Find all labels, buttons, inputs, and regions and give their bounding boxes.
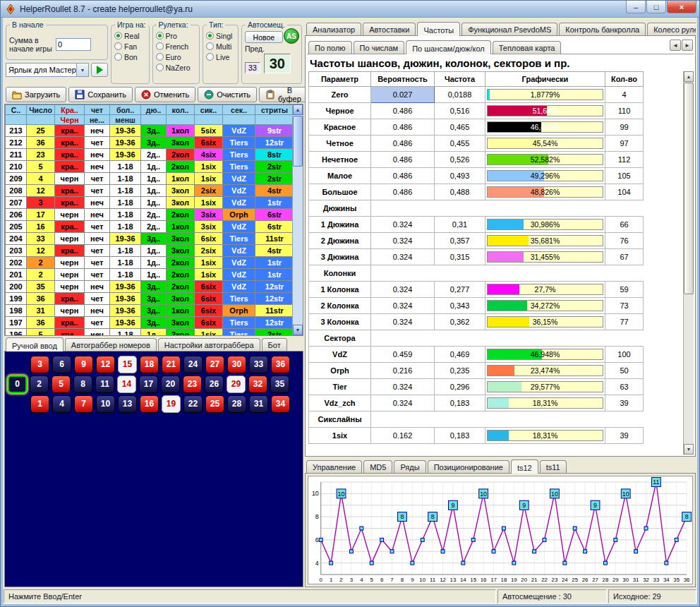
history-column-header[interactable]: Число xyxy=(27,105,55,115)
history-row[interactable]: 20433черннеч19-363д..3кол6sixTiers11str xyxy=(6,233,294,245)
input-tab-1[interactable]: Автограббер номеров xyxy=(65,338,157,351)
scroll-down-icon[interactable]: ▼ xyxy=(684,444,694,455)
history-row[interactable]: 2022чернчет1-181д..2кол1sixVdZ1str xyxy=(6,257,294,269)
history-row[interactable]: 20812кра..чет1-181д..3кол2sixVdZ4str xyxy=(6,185,294,197)
history-column-header[interactable]: стриты xyxy=(255,105,294,115)
number-button-26[interactable]: 26 xyxy=(205,375,224,393)
freq-subtab-1[interactable]: По числам xyxy=(354,41,405,54)
number-button-27[interactable]: 27 xyxy=(205,356,224,373)
number-button-2[interactable]: 2 xyxy=(30,375,49,393)
history-column-header[interactable]: сик.. xyxy=(195,105,223,115)
history-row[interactable]: 2094чернчет1-181д..1кол1sixVdZ2str xyxy=(6,173,294,185)
chart-tab-5[interactable]: ts11 xyxy=(540,460,567,473)
clear-button[interactable]: Очистить xyxy=(198,87,257,102)
number-button-33[interactable]: 33 xyxy=(249,356,268,373)
chevron-down-icon[interactable]: ▼ xyxy=(76,64,88,76)
type-option-live[interactable]: Live xyxy=(206,52,236,61)
history-row[interactable]: 21236кра..чет19-363д..3кол6sixTiers12str xyxy=(6,137,294,149)
preset-combo[interactable]: Ярлык для Мастер ▼ xyxy=(6,63,89,77)
history-row[interactable]: 20035черннеч19-363д..2кол6sixVdZ12str xyxy=(6,281,294,293)
type-option-singl[interactable]: Singl xyxy=(206,31,236,40)
scrollbar-thumb[interactable] xyxy=(684,83,694,294)
chart-tab-1[interactable]: MD5 xyxy=(363,460,392,473)
number-button-5[interactable]: 5 xyxy=(52,375,71,393)
chart-tab-2[interactable]: Ряды xyxy=(394,460,426,473)
freq-subtab-0[interactable]: По полю xyxy=(308,41,352,54)
number-button-4[interactable]: 4 xyxy=(52,395,71,413)
start-sum-input[interactable] xyxy=(56,38,91,51)
number-button-20[interactable]: 20 xyxy=(161,375,180,393)
minimize-button[interactable]: – xyxy=(626,1,646,13)
close-button[interactable]: × xyxy=(667,1,696,13)
history-column-header[interactable]: кол.. xyxy=(167,105,195,115)
history-column-header[interactable]: дю.. xyxy=(141,105,167,115)
number-button-14[interactable]: 14 xyxy=(117,375,136,393)
frequency-scrollbar[interactable]: ▲ ▼ xyxy=(683,71,694,455)
chart-tab-3[interactable]: Позиционирование xyxy=(428,460,509,473)
analysis-tab-1[interactable]: Автоставки xyxy=(363,23,416,35)
scroll-down-icon[interactable]: ▼ xyxy=(293,325,303,335)
game-option-real[interactable]: Real xyxy=(114,31,147,40)
history-row[interactable]: 19936кра..чет19-363д..3кол6sixTiers12str xyxy=(6,293,294,305)
analysis-tab-4[interactable]: Контроль банкролла xyxy=(559,23,646,35)
number-button-25[interactable]: 25 xyxy=(205,395,224,413)
floppy-disk-button[interactable]: Сохранить xyxy=(68,87,133,102)
chart-tab-4[interactable]: ts12 xyxy=(511,459,538,474)
number-button-28[interactable]: 28 xyxy=(227,395,246,413)
history-row[interactable]: 19736кра..чет19-363д..3кол6sixTiers12str xyxy=(6,317,294,329)
analysis-tab-2[interactable]: Частоты xyxy=(417,22,460,36)
number-button-15[interactable]: 15 xyxy=(118,356,137,373)
number-button-24[interactable]: 24 xyxy=(183,356,203,373)
chart-tab-0[interactable]: Управление xyxy=(306,460,362,473)
number-button-9[interactable]: 9 xyxy=(74,356,93,373)
history-column-header[interactable]: бол.. xyxy=(110,105,141,115)
freq-subtab-3[interactable]: Тепловая карта xyxy=(493,41,562,54)
type-option-multi[interactable]: Multi xyxy=(206,42,236,51)
number-button-11[interactable]: 11 xyxy=(95,375,114,393)
clipboard-button[interactable]: В буфер xyxy=(259,87,308,102)
roulette-option-nazero[interactable]: NaZero xyxy=(156,63,198,72)
as-button[interactable]: AS xyxy=(284,28,299,44)
history-column-header[interactable]: Кра.. xyxy=(55,105,85,115)
roulette-option-euro[interactable]: Euro xyxy=(156,52,198,61)
scroll-up-icon[interactable]: ▲ xyxy=(684,71,694,82)
game-option-fan[interactable]: Fan xyxy=(114,42,147,51)
history-column-header[interactable]: чет xyxy=(85,105,110,115)
history-row[interactable]: 21325кра..неч19-363д..1кол5sixVdZ9str xyxy=(6,125,294,137)
history-row[interactable]: 20312кра..чет1-181д..3кол2sixVdZ4str xyxy=(6,245,294,257)
number-button-23[interactable]: 23 xyxy=(183,375,202,393)
input-tab-0[interactable]: Ручной ввод xyxy=(6,337,64,351)
analysis-tab-5[interactable]: Колесо рулет xyxy=(647,23,696,35)
number-button-22[interactable]: 22 xyxy=(183,395,203,413)
analysis-tab-0[interactable]: Анализатор xyxy=(306,23,361,35)
number-button-0[interactable]: 0 xyxy=(8,375,27,393)
number-button-32[interactable]: 32 xyxy=(248,375,267,393)
number-button-10[interactable]: 10 xyxy=(96,395,115,413)
history-row[interactable]: 20617черннеч1-182д..2кол3sixOrph6str xyxy=(6,209,294,221)
maximize-button[interactable]: □ xyxy=(646,1,666,13)
number-button-17[interactable]: 17 xyxy=(139,375,158,393)
roulette-option-french[interactable]: French xyxy=(156,42,198,51)
freq-subtab-2[interactable]: По шансам/дюж/кол xyxy=(406,40,491,54)
number-button-30[interactable]: 30 xyxy=(227,356,246,373)
history-column-header[interactable]: сек.. xyxy=(223,105,255,115)
input-tab-3[interactable]: Бот xyxy=(262,338,287,351)
roulette-option-pro[interactable]: Pro xyxy=(156,31,198,40)
scroll-up-icon[interactable]: ▲ xyxy=(293,104,303,115)
history-row[interactable]: 2105кра..неч1-181д..2кол1sixTiers2str xyxy=(6,161,294,173)
play-button[interactable] xyxy=(91,63,108,77)
number-button-1[interactable]: 1 xyxy=(30,395,49,413)
number-button-12[interactable]: 12 xyxy=(96,356,115,373)
history-row[interactable]: 20516кра..чет1-182д..1кол3sixVdZ6str xyxy=(6,221,294,233)
cancel-button[interactable]: Отменить xyxy=(135,87,195,102)
number-button-21[interactable]: 21 xyxy=(162,356,181,373)
scrollbar-thumb[interactable] xyxy=(293,116,303,167)
history-row[interactable]: 21123кра..неч19-362д..2кол4sixTiers8str xyxy=(6,149,294,161)
number-button-8[interactable]: 8 xyxy=(73,375,92,393)
history-row[interactable]: 19831черннеч19-363д..1кол6sixOrph11str xyxy=(6,305,294,317)
number-button-29[interactable]: 29 xyxy=(227,375,246,393)
number-button-19[interactable]: 19 xyxy=(162,395,181,413)
folder-open-button[interactable]: Загрузить xyxy=(6,87,66,102)
history-row[interactable]: 2012чернчет1-181д..2кол1sixVdZ1str xyxy=(6,269,294,281)
number-button-35[interactable]: 35 xyxy=(270,375,289,393)
